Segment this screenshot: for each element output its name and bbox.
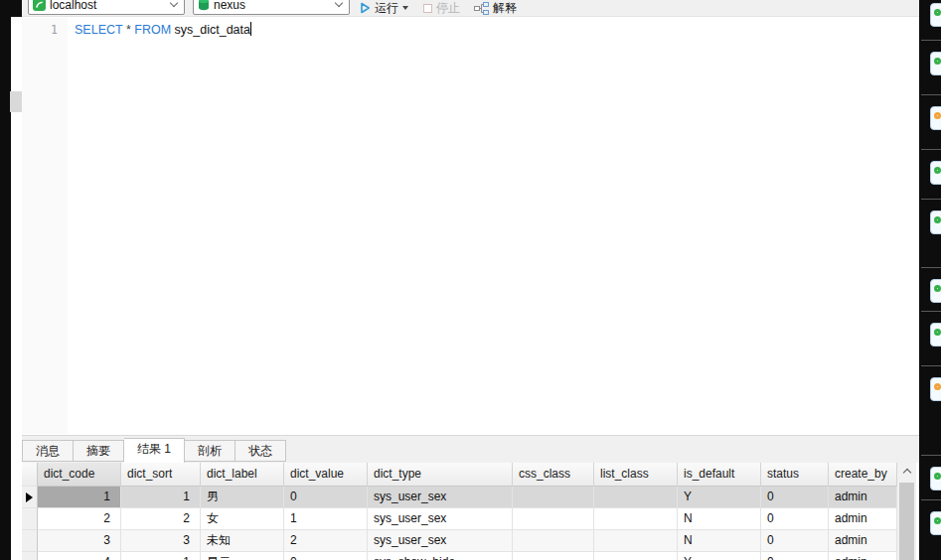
column-header-list_class[interactable]: list_class	[594, 463, 678, 487]
grid-cell-dict_type[interactable]: sys_user_sex	[368, 530, 513, 552]
column-header-status[interactable]: status	[761, 463, 829, 487]
screen: localhost nexus 运行 停止	[0, 0, 941, 560]
result-tab-3[interactable]: 剖析	[185, 440, 235, 462]
sql-editor[interactable]: 1 SELECT * FROM sys_dict_data	[22, 18, 919, 434]
run-button-label: 运行	[375, 0, 398, 17]
connection-icon	[33, 0, 46, 11]
column-header-dict_sort[interactable]: dict_sort	[121, 463, 201, 487]
query-toolbar: localhost nexus 运行 停止	[22, 0, 919, 17]
column-header-dict_value[interactable]: dict_value	[284, 463, 368, 487]
grid-cell-dict_type[interactable]: sys_user_sex	[368, 508, 513, 530]
column-header-create_by[interactable]: create_by	[829, 463, 897, 487]
grid-cell-dict_code[interactable]: 3	[38, 530, 121, 552]
grid-cell-dict_label[interactable]: 女	[201, 508, 284, 530]
status-circle-icon	[934, 9, 941, 16]
column-header-dict_label[interactable]: dict_label	[201, 463, 284, 487]
splitter-handle[interactable]	[10, 91, 22, 112]
grid-cell-css_class[interactable]	[513, 487, 594, 508]
edge-status-card[interactable]	[930, 3, 941, 27]
grid-cell-css_class[interactable]	[513, 508, 594, 530]
explain-button[interactable]: 解释	[474, 0, 517, 16]
edge-status-card[interactable]	[930, 52, 941, 75]
row-marker[interactable]	[22, 530, 38, 552]
edge-divider	[921, 311, 941, 312]
grid-cell-css_class[interactable]	[513, 530, 594, 552]
grid-cell-dict_code[interactable]: 4	[38, 552, 121, 560]
grid-cell-create_by[interactable]: admin	[829, 552, 897, 560]
grid-cell-list_class[interactable]	[594, 487, 678, 508]
grid-cell-is_default[interactable]: N	[678, 530, 761, 552]
grid-vertical-scrollbar[interactable]	[897, 463, 916, 560]
grid-cell-status[interactable]: 0	[761, 487, 829, 508]
grid-cell-dict_value[interactable]: 0	[284, 487, 368, 508]
grid-cell-status[interactable]: 0	[761, 508, 829, 530]
grid-cell-dict_sort[interactable]: 1	[121, 487, 201, 508]
result-tab-1[interactable]: 摘要	[74, 440, 124, 462]
grid-cell-dict_type[interactable]: sys_user_sex	[368, 487, 513, 508]
grid-cell-dict_value[interactable]: 0	[284, 552, 368, 560]
grid-cell-create_by[interactable]: admin	[829, 487, 897, 508]
edge-status-card[interactable]	[930, 106, 941, 130]
column-header-dict_type[interactable]: dict_type	[368, 463, 513, 487]
column-header-is_default[interactable]: is_default	[678, 463, 761, 487]
row-marker-header[interactable]	[22, 463, 38, 487]
sql-code-line: SELECT * FROM sys_dict_data	[75, 22, 251, 37]
grid-cell-css_class[interactable]	[513, 552, 594, 560]
grid-cell-dict_sort[interactable]: 1	[121, 552, 201, 560]
grid-cell-dict_label[interactable]: 显示	[201, 552, 284, 560]
database-select[interactable]: nexus	[193, 0, 350, 15]
result-tab-4[interactable]: 状态	[235, 440, 286, 462]
connection-select-value: localhost	[46, 0, 171, 12]
stop-button[interactable]: 停止	[423, 0, 460, 16]
edge-divider	[921, 94, 941, 95]
result-tabs: 消息摘要结果 1剖析状态	[22, 436, 919, 462]
status-circle-icon	[934, 473, 941, 480]
grid-cell-is_default[interactable]: Y	[678, 552, 761, 560]
grid-cell-dict_value[interactable]: 1	[284, 508, 368, 530]
editor-gutter: 1	[22, 18, 68, 434]
edge-status-card[interactable]	[930, 377, 941, 401]
stop-icon	[423, 4, 432, 13]
status-circle-icon	[934, 167, 941, 174]
edge-status-card[interactable]	[930, 210, 941, 234]
grid-cell-is_default[interactable]: N	[678, 508, 761, 530]
row-marker[interactable]	[22, 552, 38, 560]
grid-cell-list_class[interactable]	[594, 508, 678, 530]
status-circle-icon	[934, 285, 941, 292]
grid-cell-list_class[interactable]	[594, 552, 678, 560]
database-icon	[198, 0, 210, 11]
edge-divider	[921, 199, 941, 200]
edge-status-card[interactable]	[930, 279, 941, 303]
grid-cell-dict_value[interactable]: 2	[284, 530, 368, 552]
grid-cell-create_by[interactable]: admin	[829, 530, 897, 552]
grid-cell-dict_label[interactable]: 未知	[201, 530, 284, 552]
column-header-css_class[interactable]: css_class	[513, 463, 594, 487]
scroll-up-button[interactable]	[897, 463, 916, 480]
status-circle-icon	[934, 517, 941, 524]
connection-select[interactable]: localhost	[28, 0, 185, 15]
grid-cell-dict_type[interactable]: sys_show_hide	[368, 552, 513, 560]
edge-status-card[interactable]	[930, 161, 941, 185]
result-tab-0[interactable]: 消息	[22, 440, 74, 462]
run-button[interactable]: 运行	[360, 0, 408, 16]
row-marker[interactable]	[22, 487, 38, 508]
grid-cell-dict_sort[interactable]: 3	[121, 530, 201, 552]
grid-cell-dict_label[interactable]: 男	[201, 487, 284, 508]
grid-cell-status[interactable]: 0	[761, 552, 829, 560]
grid-cell-list_class[interactable]	[594, 530, 678, 552]
edge-status-card[interactable]	[930, 511, 941, 535]
column-header-dict_code[interactable]: dict_code	[38, 463, 121, 487]
grid-cell-create_by[interactable]: admin	[829, 508, 897, 530]
grid-cell-dict_code[interactable]: 1	[38, 487, 121, 508]
row-marker[interactable]	[22, 508, 38, 530]
grid-cell-status[interactable]: 0	[761, 530, 829, 552]
grid-cell-is_default[interactable]: Y	[678, 487, 761, 508]
result-tab-2[interactable]: 结果 1	[124, 438, 185, 463]
grid-cell-dict_sort[interactable]: 2	[121, 508, 201, 530]
text-cursor	[250, 22, 251, 36]
grid-cell-dict_code[interactable]: 2	[38, 508, 121, 530]
edge-divider	[921, 499, 941, 500]
edge-status-card[interactable]	[930, 323, 941, 347]
scrollbar-thumb[interactable]	[899, 483, 914, 560]
edge-status-card[interactable]	[930, 467, 941, 490]
